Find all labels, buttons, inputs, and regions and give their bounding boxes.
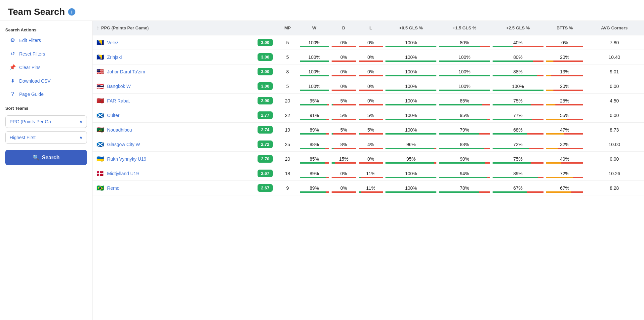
- team-name[interactable]: Culter: [107, 113, 119, 118]
- team-name[interactable]: Velež: [107, 40, 118, 45]
- table-row: 🏴󠁧󠁢󠁳󠁣󠁴󠁿 Glasgow City W 2.72 25 88% 8%: [93, 137, 644, 152]
- team-name[interactable]: Rukh Vynnyky U19: [107, 156, 146, 162]
- l-cell: 5%: [357, 108, 384, 123]
- gls25-cell: 72%: [491, 137, 545, 152]
- gls15-cell: 80%: [438, 35, 491, 50]
- table-row: 🇧🇦 Velež 3.00 5 100% 0%: [93, 35, 644, 50]
- edit-filters-icon: ⚙: [9, 37, 16, 43]
- page-title: Team Search: [8, 7, 65, 17]
- sort-by-value: PPG (Points Per Ga: [10, 119, 51, 124]
- sidebar-action-reset-filters[interactable]: ↺Reset Filters: [5, 47, 87, 60]
- table-row: 🇲🇦 FAR Rabat 2.90 20 95% 5%: [93, 94, 644, 108]
- gls25-cell: 40%: [491, 35, 545, 50]
- sort-by-chevron: ∨: [79, 119, 83, 124]
- clear-pins-label: Clear Pins: [19, 65, 41, 70]
- th-gls05: +0.5 GLS %: [384, 21, 438, 35]
- gls05-cell: 95%: [384, 152, 438, 166]
- team-name[interactable]: Remo: [107, 185, 119, 191]
- l-cell: 0%: [357, 152, 384, 166]
- mp-cell: 22: [277, 108, 299, 123]
- gls25-cell: 88%: [491, 64, 545, 79]
- w-cell: 100%: [299, 79, 330, 94]
- team-name[interactable]: Zrinjski: [107, 55, 122, 60]
- gls15-cell: 100%: [438, 50, 491, 64]
- sort-section: Sort Teams PPG (Points Per Ga ∨ Highest …: [5, 106, 87, 165]
- download-csv-label: Download CSV: [19, 78, 51, 84]
- team-flag: 🇩🇰: [97, 170, 104, 177]
- sidebar-action-clear-pins[interactable]: 📌Clear Pins: [5, 61, 87, 74]
- search-icon: 🔍: [33, 154, 39, 161]
- btts-cell: 67%: [545, 181, 585, 195]
- gls05-cell: 100%: [384, 94, 438, 108]
- sort-by-select[interactable]: PPG (Points Per Ga ∨: [5, 115, 87, 128]
- team-cell: 🇩🇰 Midtjylland U19 2.67: [93, 166, 277, 181]
- table-row: 🇹🇭 Bangkok W 3.00 5 100% 0%: [93, 79, 644, 94]
- d-cell: 5%: [330, 123, 357, 137]
- mp-cell: 25: [277, 137, 299, 152]
- gls25-cell: 67%: [491, 181, 545, 195]
- search-actions-label: Search Actions: [5, 27, 87, 32]
- table-row: 🇧🇷 Remo 2.67 9 89% 0%: [93, 181, 644, 195]
- table-row: 🇧🇦 Zrinjski 3.00 5 100% 0%: [93, 50, 644, 64]
- l-cell: 0%: [357, 94, 384, 108]
- team-flag: 🇹🇭: [97, 83, 104, 90]
- w-cell: 85%: [299, 152, 330, 166]
- team-name[interactable]: Glasgow City W: [107, 142, 140, 147]
- mp-cell: 5: [277, 50, 299, 64]
- gls05-cell: 100%: [384, 50, 438, 64]
- gls25-cell: 68%: [491, 123, 545, 137]
- search-button[interactable]: 🔍 Search: [5, 150, 87, 165]
- th-corners: AVG Corners: [584, 21, 644, 35]
- mp-cell: 8: [277, 64, 299, 79]
- edit-filters-label: Edit Filters: [19, 38, 41, 43]
- team-name[interactable]: Midtjylland U19: [107, 171, 139, 176]
- ppg-badge: 2.77: [258, 111, 272, 119]
- team-cell: 🇧🇦 Zrinjski 3.00: [93, 50, 277, 64]
- ppg-badge: 3.00: [258, 68, 272, 75]
- sidebar-action-edit-filters[interactable]: ⚙Edit Filters: [5, 34, 87, 47]
- ppg-badge: 2.74: [258, 126, 272, 134]
- team-flag: 🇲🇷: [97, 126, 104, 134]
- corners-cell: 0.00: [584, 152, 644, 166]
- btts-cell: 20%: [545, 50, 585, 64]
- mp-cell: 9: [277, 181, 299, 195]
- th-gls25: +2.5 GLS %: [491, 21, 545, 35]
- sidebar-action-page-guide[interactable]: ?Page Guide: [5, 88, 87, 100]
- team-name[interactable]: Bangkok W: [107, 84, 131, 89]
- w-cell: 100%: [299, 50, 330, 64]
- results-table: ↕ PPG (Points Per Game) MP W D L +0.5 GL…: [93, 21, 644, 195]
- sort-order-select[interactable]: Highest First ∨: [5, 131, 87, 144]
- btts-cell: 40%: [545, 152, 585, 166]
- team-name[interactable]: Johor Darul Ta'zim: [107, 69, 145, 74]
- d-cell: 15%: [330, 152, 357, 166]
- corners-cell: 10.40: [584, 50, 644, 64]
- team-flag: 🇧🇷: [97, 184, 104, 192]
- w-cell: 100%: [299, 35, 330, 50]
- info-icon[interactable]: i: [68, 8, 75, 16]
- btts-cell: 55%: [545, 108, 585, 123]
- th-team: ↕ PPG (Points Per Game): [93, 21, 277, 35]
- btts-cell: 20%: [545, 79, 585, 94]
- reset-filters-icon: ↺: [9, 51, 16, 57]
- gls15-cell: 78%: [438, 181, 491, 195]
- team-cell: 🇲🇾 Johor Darul Ta'zim 3.00: [93, 64, 277, 79]
- ppg-badge: 2.72: [258, 140, 272, 148]
- corners-cell: 10.26: [584, 166, 644, 181]
- team-flag: 🏴󠁧󠁢󠁳󠁣󠁴󠁿: [97, 141, 104, 148]
- btts-cell: 13%: [545, 64, 585, 79]
- team-name[interactable]: FAR Rabat: [107, 98, 130, 103]
- d-cell: 0%: [330, 181, 357, 195]
- team-name[interactable]: Nouadhibou: [107, 127, 132, 133]
- mp-cell: 18: [277, 166, 299, 181]
- gls05-cell: 100%: [384, 35, 438, 50]
- gls25-cell: 75%: [491, 152, 545, 166]
- corners-cell: 8.73: [584, 123, 644, 137]
- w-cell: 89%: [299, 166, 330, 181]
- sort-order-chevron: ∨: [79, 135, 83, 140]
- d-cell: 5%: [330, 108, 357, 123]
- team-cell: 🇺🇦 Rukh Vynnyky U19 2.70: [93, 152, 277, 166]
- d-cell: 0%: [330, 50, 357, 64]
- d-cell: 5%: [330, 94, 357, 108]
- sidebar-action-download-csv[interactable]: ⬇Download CSV: [5, 74, 87, 87]
- th-btts: BTTS %: [545, 21, 585, 35]
